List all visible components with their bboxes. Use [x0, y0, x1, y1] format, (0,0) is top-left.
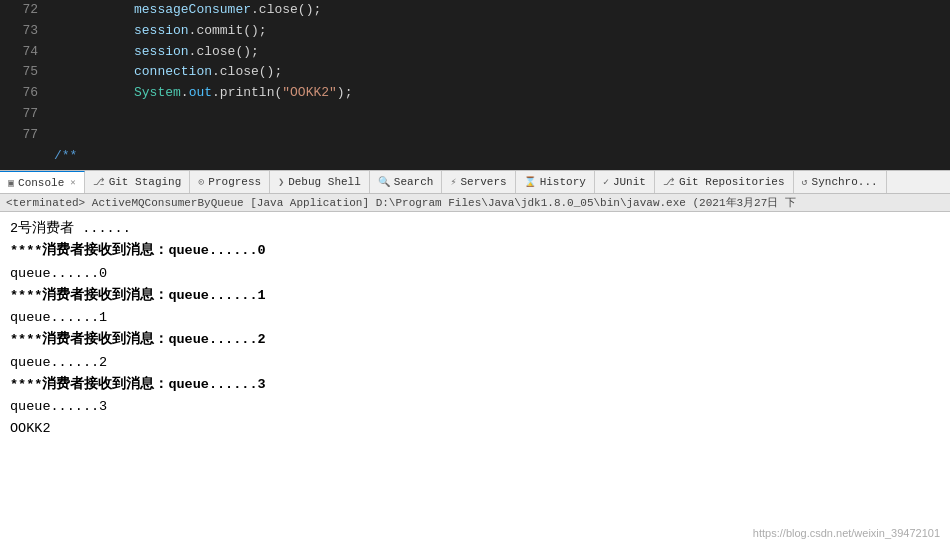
tab-label: JUnit	[613, 176, 646, 188]
tab-icon: ⎇	[663, 176, 675, 188]
code-line: 77	[0, 104, 950, 125]
tab-label: Debug Shell	[288, 176, 361, 188]
tab-icon: ▣	[8, 177, 14, 189]
tab-icon: 🔍	[378, 176, 390, 188]
code-line: 73session.commit();	[0, 21, 950, 42]
tab-progress[interactable]: ⊙Progress	[190, 171, 270, 193]
tab-icon: ✓	[603, 176, 609, 188]
tab-synchro...[interactable]: ↺Synchro...	[794, 171, 887, 193]
console-line: queue......1	[10, 307, 940, 329]
console-line: ****消费者接收到消息：queue......0	[10, 240, 940, 262]
tab-icon: ↺	[802, 176, 808, 188]
code-line: 72messageConsumer.close();	[0, 0, 950, 21]
code-line-empty: 77	[0, 125, 950, 146]
tab-icon: ⚡	[450, 176, 456, 188]
console-line: queue......0	[10, 263, 940, 285]
tab-icon: ⊙	[198, 176, 204, 188]
tab-console[interactable]: ▣Console✕	[0, 171, 85, 193]
tab-git-staging[interactable]: ⎇Git Staging	[85, 171, 191, 193]
tab-icon: ⎇	[93, 176, 105, 188]
console-line: ****消费者接收到消息：queue......2	[10, 329, 940, 351]
console-area: 2号消费者 ......****消费者接收到消息：queue......0que…	[0, 212, 950, 545]
watermark: https://blog.csdn.net/weixin_39472101	[753, 527, 940, 539]
console-line: ****消费者接收到消息：queue......3	[10, 374, 940, 396]
tab-bar: ▣Console✕⎇Git Staging⊙Progress❯Debug She…	[0, 170, 950, 194]
console-line: queue......3	[10, 396, 940, 418]
tab-servers[interactable]: ⚡Servers	[442, 171, 515, 193]
tab-icon: ❯	[278, 176, 284, 188]
tab-label: Servers	[460, 176, 506, 188]
tab-label: Git Repositories	[679, 176, 785, 188]
code-line: 75connection.close();	[0, 62, 950, 83]
tab-git-repositories[interactable]: ⎇Git Repositories	[655, 171, 794, 193]
tab-label: Synchro...	[812, 176, 878, 188]
code-line: 74session.close();	[0, 42, 950, 63]
tab-label: Progress	[208, 176, 261, 188]
code-editor: 72messageConsumer.close();73session.comm…	[0, 0, 950, 170]
tab-label: Git Staging	[109, 176, 182, 188]
code-partial-line: /**	[0, 146, 950, 168]
tab-label: History	[540, 176, 586, 188]
console-line: queue......2	[10, 352, 940, 374]
tab-label: Console	[18, 177, 64, 189]
code-line: 76System.out.println("OOKK2");	[0, 83, 950, 104]
tab-icon: ⌛	[524, 176, 536, 188]
console-line: 2号消费者 ......	[10, 218, 940, 240]
console-line: ****消费者接收到消息：queue......1	[10, 285, 940, 307]
tab-debug-shell[interactable]: ❯Debug Shell	[270, 171, 370, 193]
tab-close-icon[interactable]: ✕	[70, 177, 75, 188]
tab-junit[interactable]: ✓JUnit	[595, 171, 655, 193]
tab-label: Search	[394, 176, 434, 188]
status-text: <terminated> ActiveMQConsumerByQueue [Ja…	[6, 195, 796, 210]
tab-history[interactable]: ⌛History	[516, 171, 595, 193]
tab-search[interactable]: 🔍Search	[370, 171, 443, 193]
status-bar: <terminated> ActiveMQConsumerByQueue [Ja…	[0, 194, 950, 212]
console-line: OOKK2	[10, 418, 940, 440]
